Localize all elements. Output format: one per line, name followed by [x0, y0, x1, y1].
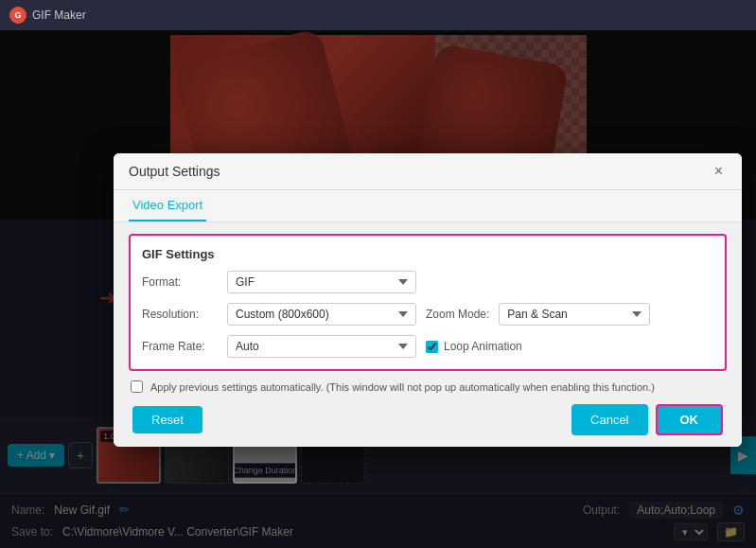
loop-animation-label: Loop Animation	[444, 340, 522, 353]
loop-animation-checkbox[interactable]	[426, 341, 438, 353]
cancel-button[interactable]: Cancel	[571, 404, 647, 435]
dialog-body: GIF Settings Format: GIF Resolution: Cus…	[114, 222, 742, 447]
app-logo: G	[9, 7, 26, 24]
ok-cancel-group: Cancel OK	[571, 404, 723, 435]
app-header: G GIF Maker	[0, 0, 756, 30]
main-area: ➜ + Add ▾ + 1.00s Change Duration ▶	[0, 30, 756, 548]
dialog-header: Output Settings ×	[114, 153, 742, 190]
gif-settings-box: GIF Settings Format: GIF Resolution: Cus…	[129, 234, 727, 371]
dialog-actions: Reset Cancel OK	[129, 404, 727, 435]
close-button[interactable]: ×	[711, 163, 727, 180]
dialog-tabs: Video Export	[114, 190, 742, 222]
framerate-select[interactable]: Auto	[227, 335, 416, 358]
format-label: Format:	[142, 275, 218, 289]
resolution-row: Resolution: Custom (800x600) Zoom Mode: …	[142, 303, 713, 326]
framerate-label: Frame Rate:	[142, 340, 218, 353]
auto-apply-checkbox[interactable]	[131, 380, 143, 393]
ok-button[interactable]: OK	[656, 404, 724, 435]
loop-animation-row: Loop Animation	[426, 340, 522, 353]
app-title: GIF Maker	[32, 9, 86, 22]
auto-apply-label: Apply previous settings automatically. (…	[150, 381, 725, 393]
settings-title: GIF Settings	[142, 247, 713, 261]
reset-button[interactable]: Reset	[132, 406, 202, 433]
format-select[interactable]: GIF	[227, 271, 416, 293]
format-row: Format: GIF	[142, 271, 713, 293]
auto-apply-row: Apply previous settings automatically. (…	[129, 380, 727, 393]
dialog-title: Output Settings	[129, 164, 220, 179]
tab-video-export[interactable]: Video Export	[129, 190, 206, 221]
output-settings-dialog: Output Settings × Video Export GIF Setti…	[114, 153, 742, 447]
resolution-label: Resolution:	[142, 308, 218, 321]
resolution-select[interactable]: Custom (800x600)	[227, 303, 416, 326]
zoom-mode-label: Zoom Mode:	[426, 308, 489, 321]
framerate-row: Frame Rate: Auto Loop Animation	[142, 335, 713, 358]
zoom-mode-select[interactable]: Pan & Scan	[499, 303, 650, 326]
logo-letter: G	[14, 10, 21, 20]
